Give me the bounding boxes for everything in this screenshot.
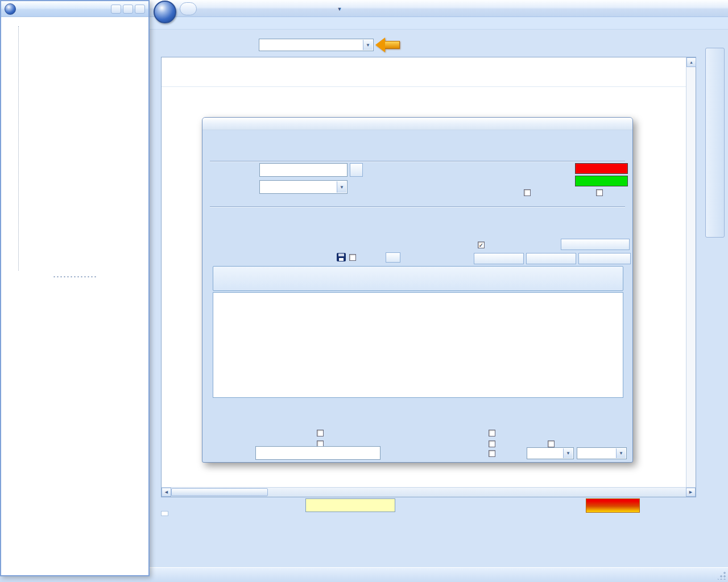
change-variation-button[interactable] (578, 253, 631, 264)
divider (210, 206, 625, 207)
complete-bom-checkbox[interactable] (489, 430, 498, 436)
arrow-tail (385, 41, 400, 49)
quick-search-input[interactable] (305, 498, 395, 512)
app-globe-icon[interactable] (154, 1, 176, 23)
main-menubar (180, 2, 197, 15)
change-value-button (526, 253, 576, 264)
change-quantity-button[interactable] (474, 253, 524, 264)
horizontal-scrollbar[interactable]: ◀ ▶ (162, 487, 696, 497)
back-arrow-icon[interactable] (375, 38, 400, 52)
chevron-down-icon[interactable]: ▼ (337, 181, 346, 193)
functions-panel (0, 0, 150, 576)
panel-window-controls (111, 5, 145, 14)
storage-location-checkbox[interactable] (489, 450, 498, 457)
technical-data-checkbox[interactable] (548, 440, 557, 447)
bom-tree (213, 292, 623, 398)
kommission-input[interactable] (259, 163, 348, 177)
scrollbar-thumb[interactable] (171, 488, 268, 496)
scroll-up-icon[interactable]: ▲ (686, 57, 696, 67)
functions-tree (1, 20, 148, 271)
pass-through-parts-button[interactable] (561, 239, 630, 250)
action-button-bar (161, 529, 719, 564)
kg-button[interactable] (386, 252, 400, 263)
position-dropdown[interactable]: ▼ (259, 180, 348, 194)
vertical-scrollbar[interactable]: ▲ (686, 57, 696, 488)
application-root: ▼ ▼ ▲ ◀ ▶ (0, 0, 728, 582)
panel-minimize-icon[interactable] (111, 5, 121, 14)
kommission-help-button[interactable] (350, 163, 363, 177)
hierarchy-tree-checkbox[interactable]: ✓ (478, 242, 487, 248)
resize-grip[interactable] (718, 571, 727, 580)
chevron-down-icon[interactable]: ▼ (363, 40, 373, 50)
divider (210, 161, 625, 161)
dialog-titlebar[interactable] (202, 118, 632, 130)
color-legend-button[interactable] (586, 498, 640, 513)
no-prices-checkbox[interactable] (489, 440, 498, 447)
withdrawals-count-badge (575, 176, 628, 186)
panel-globe-icon (5, 3, 16, 15)
functions-panel-titlebar (1, 1, 148, 17)
arrow-head (375, 38, 385, 52)
more-functions-tab[interactable] (705, 48, 725, 238)
panel-maximize-icon[interactable] (123, 5, 133, 14)
storage-location-dropdown-2[interactable]: ▼ (577, 447, 627, 459)
interner-checkbox[interactable] (596, 189, 606, 196)
order-filter-dropdown[interactable]: ▼ (259, 39, 374, 51)
finished-count-badge (575, 163, 628, 174)
alphabet-filter-bar (161, 514, 715, 526)
table-header-row (162, 57, 687, 74)
panel-close-icon[interactable] (135, 5, 145, 14)
panel-splitter[interactable] (53, 274, 96, 280)
all-fertigungsschr-checkbox[interactable] (317, 430, 326, 436)
dialog-button-bar (212, 400, 624, 427)
chevron-down-icon[interactable]: ▼ (563, 448, 573, 458)
article-search-input[interactable] (255, 446, 380, 460)
chevron-down-icon[interactable]: ▼ (616, 448, 626, 458)
menubar-overflow-icon[interactable]: ▼ (334, 3, 345, 14)
save-icon[interactable] (337, 253, 346, 261)
scroll-right-icon[interactable]: ▶ (686, 488, 696, 497)
table-row[interactable] (162, 74, 687, 87)
storage-location-dropdown-1[interactable]: ▼ (527, 447, 574, 459)
material-rebook-dialog: ▼ ✓ (202, 117, 633, 463)
no-sync-checkbox[interactable] (349, 254, 359, 261)
scroll-left-icon[interactable]: ◀ (162, 488, 171, 497)
part-actions-toolbar (213, 266, 623, 291)
durchlaufteil-checkbox[interactable] (524, 189, 533, 196)
